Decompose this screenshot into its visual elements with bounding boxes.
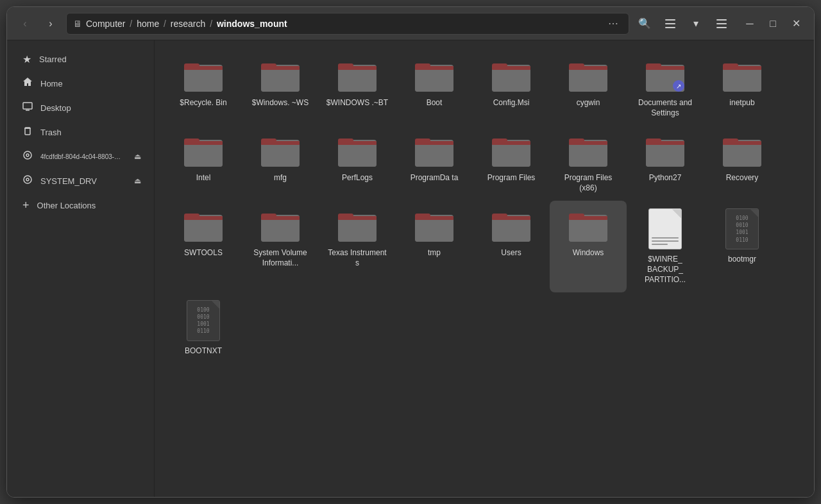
file-label: Program Files [487, 173, 536, 183]
symlink-overlay: ↗ [673, 80, 684, 92]
binary-file-icon: 0100 0010 1001 0110 [725, 208, 759, 249]
breadcrumb: Computer / home / research / windows_mou… [86, 19, 600, 29]
svg-rect-60 [415, 141, 453, 145]
file-item-swtools[interactable]: SWTOOLS [165, 201, 242, 292]
svg-rect-3 [716, 19, 727, 21]
file-item-windows-bt[interactable]: $WINDOWS .~BT [319, 51, 396, 126]
file-item-recycle-bin[interactable]: $Recycle. Bin [165, 51, 242, 126]
svg-rect-71 [646, 142, 684, 167]
sidebar-starred-label: Starred [39, 55, 139, 64]
file-item-users[interactable]: Users [473, 201, 550, 292]
file-label: Python27 [649, 173, 682, 183]
file-item-boot[interactable]: Boot [396, 51, 473, 126]
sidebar-item-system-drv[interactable]: SYSTEM_DRV ⏏ [12, 169, 149, 192]
file-item-inetpub[interactable]: inetpub [704, 51, 781, 126]
file-item-mfg[interactable]: mfg [242, 126, 319, 201]
address-more-button[interactable]: ⋯ [604, 15, 622, 33]
sidebar-desktop-label: Desktop [40, 103, 139, 113]
file-item-winre-backup[interactable]: $WINRE_ BACKUP_ PARTITIO... [627, 201, 704, 292]
svg-rect-35 [569, 67, 607, 92]
address-bar[interactable]: 🖥 Computer / home / research / windows_m… [66, 13, 629, 35]
folder-icon-wrapper: ↗ [645, 58, 686, 93]
file-label: tmp [428, 248, 441, 258]
breadcrumb-computer: Computer [86, 19, 125, 29]
sidebar-item-desktop[interactable]: Desktop [12, 96, 149, 119]
svg-rect-5 [716, 27, 727, 28]
file-item-cygwin[interactable]: cygwin [550, 51, 627, 126]
sidebar-item-drive1[interactable]: 4fcdfdbf-804d-4c04-8803-85f66b726668 ⏏ [12, 145, 149, 168]
sidebar: ★ Starred Home Desktop [7, 40, 155, 497]
sidebar-item-other-locations[interactable]: + Other Locations [12, 194, 149, 217]
maximize-button[interactable]: □ [763, 13, 783, 34]
file-label: cygwin [577, 98, 600, 108]
file-item-intel[interactable]: Intel [165, 126, 242, 201]
svg-rect-67 [569, 142, 607, 167]
file-item-recovery[interactable]: Recovery [704, 126, 781, 201]
folder-icon-wrapper [414, 208, 455, 243]
system-drv-eject-button[interactable]: ⏏ [131, 174, 144, 187]
file-item-program-files[interactable]: Program Files [473, 126, 550, 201]
file-item-documents[interactable]: ↗ Documents and Settings [627, 51, 704, 126]
file-item-perflogs[interactable]: PerfLogs [319, 126, 396, 201]
close-button[interactable]: ✕ [786, 13, 806, 34]
folder-icon-wrapper [568, 208, 609, 243]
breadcrumb-research: research [171, 19, 205, 29]
desktop-icon [22, 101, 33, 114]
file-label: mfg [274, 173, 287, 183]
folder-icon-wrapper [491, 58, 532, 93]
folder-icon-wrapper [337, 58, 378, 93]
search-button[interactable]: 🔍 [634, 13, 655, 34]
file-item-programdata[interactable]: ProgramDa ta [396, 126, 473, 201]
file-label: bootmgr [728, 255, 756, 265]
sidebar-item-starred[interactable]: ★ Starred [12, 48, 149, 71]
folder-icon-wrapper [491, 208, 532, 243]
file-item-texas-instruments[interactable]: Texas Instrument s [319, 201, 396, 292]
svg-rect-44 [723, 66, 761, 70]
svg-rect-80 [184, 216, 223, 220]
file-label: PerfLogs [342, 173, 373, 183]
file-label: SWTOOLS [184, 248, 223, 258]
view-toggle-button[interactable]: ▾ [686, 13, 706, 34]
view-list-button[interactable] [660, 13, 681, 34]
drive1-eject-button[interactable]: ⏏ [131, 150, 144, 163]
sidebar-item-home[interactable]: Home [12, 72, 149, 95]
svg-rect-4 [716, 23, 727, 24]
svg-rect-20 [261, 66, 300, 70]
file-label: Program Files (x86) [556, 173, 620, 193]
minimize-button[interactable]: ─ [740, 13, 760, 34]
back-button[interactable]: ‹ [15, 13, 35, 34]
home-icon [22, 77, 33, 90]
file-label: Users [501, 248, 521, 258]
file-item-python27[interactable]: Python27 [627, 126, 704, 201]
folder-icon-wrapper [183, 133, 224, 168]
binary-file-icon: 0100 0010 1001 0110 [187, 300, 220, 341]
file-label: Documents and Settings [633, 98, 697, 118]
forward-button[interactable]: › [40, 13, 61, 34]
svg-rect-95 [492, 217, 530, 242]
svg-rect-8 [25, 128, 30, 135]
file-item-tmp[interactable]: tmp [396, 201, 473, 292]
svg-rect-31 [492, 67, 530, 92]
hamburger-menu-button[interactable] [711, 13, 732, 34]
svg-rect-43 [723, 67, 761, 92]
folder-icon-wrapper [414, 133, 455, 168]
star-icon: ★ [22, 53, 31, 65]
file-manager-window: ‹ › 🖥 Computer / home / research / windo… [6, 6, 815, 498]
breadcrumb-current: windows_mount [217, 19, 287, 29]
sidebar-item-trash[interactable]: Trash [12, 121, 149, 144]
file-label: inetpub [729, 98, 754, 108]
file-item-system-volume[interactable]: System Volume Informati... [242, 201, 319, 292]
file-item-bootmgr[interactable]: 0100 0010 1001 0110 bootmgr [704, 201, 781, 292]
file-item-windows[interactable]: Windows [550, 201, 627, 292]
sidebar-home-label: Home [40, 79, 139, 88]
file-item-config-msi[interactable]: Config.Msi [473, 51, 550, 126]
file-label: System Volume Informati... [248, 248, 312, 268]
file-item-bootnxt[interactable]: 0100 0010 1001 0110 BOOTNXT [165, 292, 242, 364]
svg-rect-56 [338, 141, 377, 145]
folder-icon-wrapper [414, 58, 455, 93]
content-area: $Recycle. Bin $Windows. ~WS $WINDOWS .~B… [155, 40, 814, 497]
file-item-program-files-x86[interactable]: Program Files (x86) [550, 126, 627, 201]
breadcrumb-home: home [137, 19, 159, 29]
file-item-windows-ws[interactable]: $Windows. ~WS [242, 51, 319, 126]
main-layout: ★ Starred Home Desktop [7, 40, 814, 497]
